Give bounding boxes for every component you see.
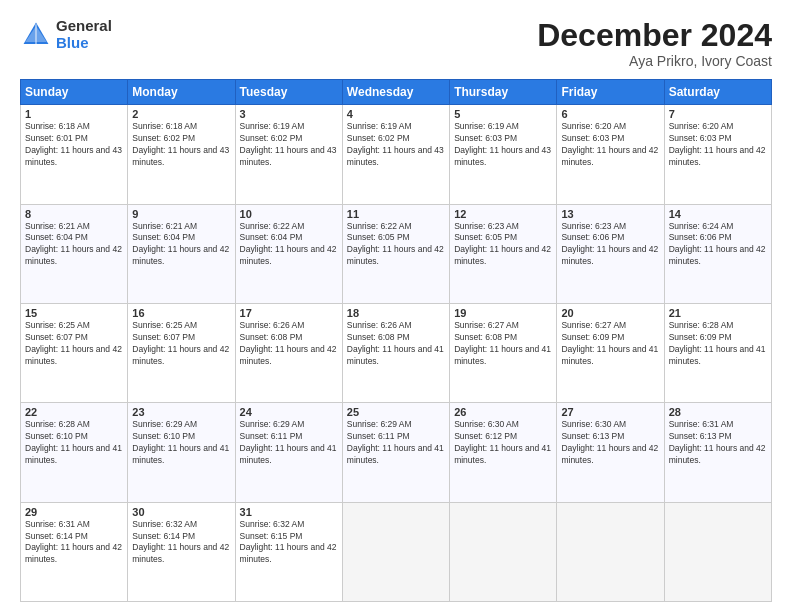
day-number: 1 xyxy=(25,108,123,120)
day-number: 29 xyxy=(25,506,123,518)
calendar-week-row: 15 Sunrise: 6:25 AM Sunset: 6:07 PM Dayl… xyxy=(21,303,772,402)
calendar-cell: 22 Sunrise: 6:28 AM Sunset: 6:10 PM Dayl… xyxy=(21,403,128,502)
day-info: Sunrise: 6:30 AM Sunset: 6:12 PM Dayligh… xyxy=(454,419,552,467)
day-number: 14 xyxy=(669,208,767,220)
logo-general: General xyxy=(56,18,112,35)
day-number: 23 xyxy=(132,406,230,418)
calendar-header-thursday: Thursday xyxy=(450,80,557,105)
calendar-header-row: SundayMondayTuesdayWednesdayThursdayFrid… xyxy=(21,80,772,105)
logo-text: General Blue xyxy=(56,18,112,51)
day-number: 16 xyxy=(132,307,230,319)
day-number: 25 xyxy=(347,406,445,418)
month-title: December 2024 xyxy=(537,18,772,53)
day-info: Sunrise: 6:29 AM Sunset: 6:11 PM Dayligh… xyxy=(240,419,338,467)
day-number: 27 xyxy=(561,406,659,418)
day-number: 31 xyxy=(240,506,338,518)
day-info: Sunrise: 6:21 AM Sunset: 6:04 PM Dayligh… xyxy=(132,221,230,269)
calendar-cell: 16 Sunrise: 6:25 AM Sunset: 6:07 PM Dayl… xyxy=(128,303,235,402)
day-number: 8 xyxy=(25,208,123,220)
day-number: 30 xyxy=(132,506,230,518)
day-info: Sunrise: 6:28 AM Sunset: 6:10 PM Dayligh… xyxy=(25,419,123,467)
calendar-cell: 5 Sunrise: 6:19 AM Sunset: 6:03 PM Dayli… xyxy=(450,105,557,204)
day-number: 3 xyxy=(240,108,338,120)
day-info: Sunrise: 6:25 AM Sunset: 6:07 PM Dayligh… xyxy=(132,320,230,368)
calendar-cell: 11 Sunrise: 6:22 AM Sunset: 6:05 PM Dayl… xyxy=(342,204,449,303)
calendar-week-row: 8 Sunrise: 6:21 AM Sunset: 6:04 PM Dayli… xyxy=(21,204,772,303)
location-subtitle: Aya Prikro, Ivory Coast xyxy=(537,53,772,69)
calendar-cell: 6 Sunrise: 6:20 AM Sunset: 6:03 PM Dayli… xyxy=(557,105,664,204)
calendar-cell: 8 Sunrise: 6:21 AM Sunset: 6:04 PM Dayli… xyxy=(21,204,128,303)
day-number: 17 xyxy=(240,307,338,319)
day-number: 2 xyxy=(132,108,230,120)
calendar-cell: 20 Sunrise: 6:27 AM Sunset: 6:09 PM Dayl… xyxy=(557,303,664,402)
day-number: 9 xyxy=(132,208,230,220)
calendar-cell: 12 Sunrise: 6:23 AM Sunset: 6:05 PM Dayl… xyxy=(450,204,557,303)
calendar-cell: 21 Sunrise: 6:28 AM Sunset: 6:09 PM Dayl… xyxy=(664,303,771,402)
day-info: Sunrise: 6:25 AM Sunset: 6:07 PM Dayligh… xyxy=(25,320,123,368)
day-info: Sunrise: 6:19 AM Sunset: 6:02 PM Dayligh… xyxy=(240,121,338,169)
calendar-cell: 15 Sunrise: 6:25 AM Sunset: 6:07 PM Dayl… xyxy=(21,303,128,402)
day-info: Sunrise: 6:19 AM Sunset: 6:02 PM Dayligh… xyxy=(347,121,445,169)
calendar-cell: 10 Sunrise: 6:22 AM Sunset: 6:04 PM Dayl… xyxy=(235,204,342,303)
calendar-header-friday: Friday xyxy=(557,80,664,105)
day-info: Sunrise: 6:27 AM Sunset: 6:09 PM Dayligh… xyxy=(561,320,659,368)
day-info: Sunrise: 6:27 AM Sunset: 6:08 PM Dayligh… xyxy=(454,320,552,368)
calendar-table: SundayMondayTuesdayWednesdayThursdayFrid… xyxy=(20,79,772,602)
header: General Blue December 2024 Aya Prikro, I… xyxy=(20,18,772,69)
day-info: Sunrise: 6:22 AM Sunset: 6:04 PM Dayligh… xyxy=(240,221,338,269)
calendar-cell: 4 Sunrise: 6:19 AM Sunset: 6:02 PM Dayli… xyxy=(342,105,449,204)
day-number: 28 xyxy=(669,406,767,418)
day-number: 4 xyxy=(347,108,445,120)
day-number: 11 xyxy=(347,208,445,220)
title-block: December 2024 Aya Prikro, Ivory Coast xyxy=(537,18,772,69)
calendar-cell: 27 Sunrise: 6:30 AM Sunset: 6:13 PM Dayl… xyxy=(557,403,664,502)
day-number: 19 xyxy=(454,307,552,319)
calendar-cell: 9 Sunrise: 6:21 AM Sunset: 6:04 PM Dayli… xyxy=(128,204,235,303)
day-info: Sunrise: 6:31 AM Sunset: 6:14 PM Dayligh… xyxy=(25,519,123,567)
day-number: 12 xyxy=(454,208,552,220)
calendar-cell: 18 Sunrise: 6:26 AM Sunset: 6:08 PM Dayl… xyxy=(342,303,449,402)
day-number: 5 xyxy=(454,108,552,120)
day-info: Sunrise: 6:20 AM Sunset: 6:03 PM Dayligh… xyxy=(669,121,767,169)
day-info: Sunrise: 6:22 AM Sunset: 6:05 PM Dayligh… xyxy=(347,221,445,269)
day-number: 13 xyxy=(561,208,659,220)
day-number: 24 xyxy=(240,406,338,418)
day-info: Sunrise: 6:23 AM Sunset: 6:05 PM Dayligh… xyxy=(454,221,552,269)
calendar-cell: 24 Sunrise: 6:29 AM Sunset: 6:11 PM Dayl… xyxy=(235,403,342,502)
logo-blue: Blue xyxy=(56,35,112,52)
calendar-cell: 29 Sunrise: 6:31 AM Sunset: 6:14 PM Dayl… xyxy=(21,502,128,601)
day-info: Sunrise: 6:32 AM Sunset: 6:15 PM Dayligh… xyxy=(240,519,338,567)
day-info: Sunrise: 6:26 AM Sunset: 6:08 PM Dayligh… xyxy=(347,320,445,368)
day-info: Sunrise: 6:21 AM Sunset: 6:04 PM Dayligh… xyxy=(25,221,123,269)
calendar-cell: 19 Sunrise: 6:27 AM Sunset: 6:08 PM Dayl… xyxy=(450,303,557,402)
day-info: Sunrise: 6:28 AM Sunset: 6:09 PM Dayligh… xyxy=(669,320,767,368)
calendar-cell xyxy=(664,502,771,601)
day-number: 18 xyxy=(347,307,445,319)
day-info: Sunrise: 6:29 AM Sunset: 6:11 PM Dayligh… xyxy=(347,419,445,467)
calendar-cell: 23 Sunrise: 6:29 AM Sunset: 6:10 PM Dayl… xyxy=(128,403,235,502)
calendar-cell: 2 Sunrise: 6:18 AM Sunset: 6:02 PM Dayli… xyxy=(128,105,235,204)
day-info: Sunrise: 6:31 AM Sunset: 6:13 PM Dayligh… xyxy=(669,419,767,467)
day-info: Sunrise: 6:18 AM Sunset: 6:01 PM Dayligh… xyxy=(25,121,123,169)
day-info: Sunrise: 6:32 AM Sunset: 6:14 PM Dayligh… xyxy=(132,519,230,567)
day-info: Sunrise: 6:18 AM Sunset: 6:02 PM Dayligh… xyxy=(132,121,230,169)
calendar-cell: 17 Sunrise: 6:26 AM Sunset: 6:08 PM Dayl… xyxy=(235,303,342,402)
calendar-header-wednesday: Wednesday xyxy=(342,80,449,105)
calendar-cell: 1 Sunrise: 6:18 AM Sunset: 6:01 PM Dayli… xyxy=(21,105,128,204)
calendar-cell xyxy=(342,502,449,601)
calendar-cell: 30 Sunrise: 6:32 AM Sunset: 6:14 PM Dayl… xyxy=(128,502,235,601)
calendar-cell: 31 Sunrise: 6:32 AM Sunset: 6:15 PM Dayl… xyxy=(235,502,342,601)
calendar-cell: 28 Sunrise: 6:31 AM Sunset: 6:13 PM Dayl… xyxy=(664,403,771,502)
calendar-cell: 14 Sunrise: 6:24 AM Sunset: 6:06 PM Dayl… xyxy=(664,204,771,303)
calendar-cell xyxy=(450,502,557,601)
day-info: Sunrise: 6:30 AM Sunset: 6:13 PM Dayligh… xyxy=(561,419,659,467)
day-number: 15 xyxy=(25,307,123,319)
calendar-header-tuesday: Tuesday xyxy=(235,80,342,105)
day-number: 21 xyxy=(669,307,767,319)
day-number: 7 xyxy=(669,108,767,120)
calendar-cell: 3 Sunrise: 6:19 AM Sunset: 6:02 PM Dayli… xyxy=(235,105,342,204)
day-info: Sunrise: 6:26 AM Sunset: 6:08 PM Dayligh… xyxy=(240,320,338,368)
logo-icon xyxy=(20,19,52,51)
day-number: 6 xyxy=(561,108,659,120)
day-info: Sunrise: 6:24 AM Sunset: 6:06 PM Dayligh… xyxy=(669,221,767,269)
